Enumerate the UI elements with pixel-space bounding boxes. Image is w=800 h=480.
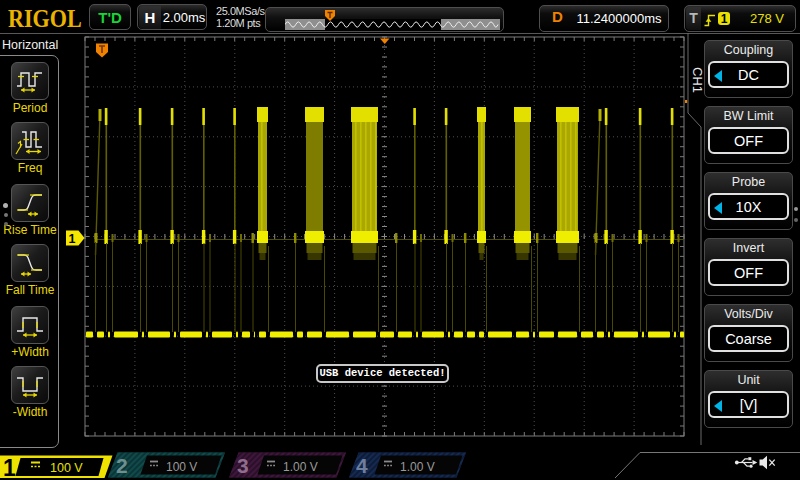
svg-text:1: 1 (3, 455, 16, 480)
svg-text:3: 3 (237, 454, 249, 477)
svg-text:2: 2 (116, 454, 128, 477)
svg-text:100 V: 100 V (166, 460, 197, 474)
svg-text:1: 1 (69, 232, 76, 246)
svg-text:100 V: 100 V (50, 461, 83, 475)
svg-text:CH1: CH1 (690, 67, 705, 93)
svg-text:1.00 V: 1.00 V (400, 460, 435, 474)
svg-text:1.00 V: 1.00 V (283, 460, 318, 474)
svg-text:4: 4 (356, 454, 368, 477)
